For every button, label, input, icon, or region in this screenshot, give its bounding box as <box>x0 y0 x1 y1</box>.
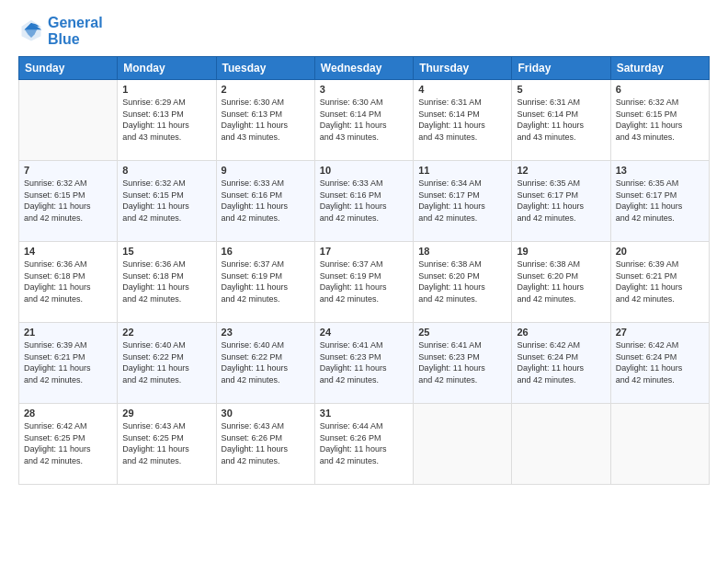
day-number: 9 <box>222 165 310 176</box>
calendar-cell: 17Sunrise: 6:37 AMSunset: 6:19 PMDayligh… <box>314 242 413 323</box>
day-info: Sunrise: 6:32 AMSunset: 6:15 PMDaylight:… <box>122 178 210 224</box>
calendar-cell: 21Sunrise: 6:39 AMSunset: 6:21 PMDayligh… <box>19 323 118 404</box>
day-number: 15 <box>122 246 210 257</box>
day-header-monday: Monday <box>118 57 216 80</box>
day-number: 13 <box>616 165 704 176</box>
day-number: 25 <box>418 327 506 338</box>
calendar-cell: 27Sunrise: 6:42 AMSunset: 6:24 PMDayligh… <box>610 323 709 404</box>
page: General Blue SundayMondayTuesdayWednesda… <box>0 0 728 563</box>
calendar-header-row: SundayMondayTuesdayWednesdayThursdayFrid… <box>19 57 710 80</box>
day-info: Sunrise: 6:41 AMSunset: 6:23 PMDaylight:… <box>320 339 408 385</box>
day-info: Sunrise: 6:43 AMSunset: 6:26 PMDaylight:… <box>222 420 310 466</box>
day-info: Sunrise: 6:29 AMSunset: 6:13 PMDaylight:… <box>122 97 210 143</box>
week-row-4: 21Sunrise: 6:39 AMSunset: 6:21 PMDayligh… <box>19 323 710 404</box>
day-info: Sunrise: 6:31 AMSunset: 6:14 PMDaylight:… <box>418 97 506 143</box>
day-number: 26 <box>517 327 605 338</box>
day-number: 7 <box>24 165 112 176</box>
day-number: 21 <box>24 327 112 338</box>
day-info: Sunrise: 6:42 AMSunset: 6:25 PMDaylight:… <box>24 420 112 466</box>
calendar-cell: 19Sunrise: 6:38 AMSunset: 6:20 PMDayligh… <box>512 242 610 323</box>
day-number: 11 <box>418 165 506 176</box>
day-info: Sunrise: 6:41 AMSunset: 6:23 PMDaylight:… <box>418 339 506 385</box>
day-number: 5 <box>517 84 605 95</box>
week-row-3: 14Sunrise: 6:36 AMSunset: 6:18 PMDayligh… <box>19 242 710 323</box>
week-row-1: 1Sunrise: 6:29 AMSunset: 6:13 PMDaylight… <box>19 80 710 161</box>
calendar-cell: 7Sunrise: 6:32 AMSunset: 6:15 PMDaylight… <box>19 161 118 242</box>
day-info: Sunrise: 6:43 AMSunset: 6:25 PMDaylight:… <box>122 420 210 466</box>
day-info: Sunrise: 6:39 AMSunset: 6:21 PMDaylight:… <box>616 259 704 304</box>
day-info: Sunrise: 6:33 AMSunset: 6:16 PMDaylight:… <box>320 178 408 224</box>
day-info: Sunrise: 6:40 AMSunset: 6:22 PMDaylight:… <box>222 339 310 385</box>
day-header-wednesday: Wednesday <box>314 57 413 80</box>
day-info: Sunrise: 6:33 AMSunset: 6:16 PMDaylight:… <box>222 178 310 224</box>
day-number: 22 <box>122 327 210 338</box>
day-number: 16 <box>222 246 310 257</box>
calendar-cell: 14Sunrise: 6:36 AMSunset: 6:18 PMDayligh… <box>19 242 118 323</box>
calendar-cell: 16Sunrise: 6:37 AMSunset: 6:19 PMDayligh… <box>216 242 314 323</box>
day-info: Sunrise: 6:35 AMSunset: 6:17 PMDaylight:… <box>616 178 704 224</box>
calendar-cell: 12Sunrise: 6:35 AMSunset: 6:17 PMDayligh… <box>512 161 610 242</box>
calendar-cell: 20Sunrise: 6:39 AMSunset: 6:21 PMDayligh… <box>610 242 709 323</box>
calendar-cell: 31Sunrise: 6:44 AMSunset: 6:26 PMDayligh… <box>314 404 413 485</box>
calendar-cell: 4Sunrise: 6:31 AMSunset: 6:14 PMDaylight… <box>414 80 512 161</box>
day-header-saturday: Saturday <box>610 57 709 80</box>
day-info: Sunrise: 6:31 AMSunset: 6:14 PMDaylight:… <box>517 97 605 143</box>
day-number: 10 <box>320 165 408 176</box>
day-info: Sunrise: 6:42 AMSunset: 6:24 PMDaylight:… <box>616 339 704 385</box>
day-info: Sunrise: 6:39 AMSunset: 6:21 PMDaylight:… <box>24 339 112 385</box>
day-info: Sunrise: 6:30 AMSunset: 6:14 PMDaylight:… <box>320 97 408 143</box>
calendar-cell: 28Sunrise: 6:42 AMSunset: 6:25 PMDayligh… <box>19 404 118 485</box>
day-header-friday: Friday <box>512 57 610 80</box>
day-number: 4 <box>418 84 506 95</box>
calendar-cell: 3Sunrise: 6:30 AMSunset: 6:14 PMDaylight… <box>314 80 413 161</box>
day-info: Sunrise: 6:32 AMSunset: 6:15 PMDaylight:… <box>24 178 112 224</box>
day-number: 12 <box>517 165 605 176</box>
day-info: Sunrise: 6:38 AMSunset: 6:20 PMDaylight:… <box>517 259 605 304</box>
day-info: Sunrise: 6:37 AMSunset: 6:19 PMDaylight:… <box>222 259 310 304</box>
calendar-cell: 10Sunrise: 6:33 AMSunset: 6:16 PMDayligh… <box>314 161 413 242</box>
day-number: 30 <box>222 408 310 419</box>
day-info: Sunrise: 6:40 AMSunset: 6:22 PMDaylight:… <box>122 339 210 385</box>
day-number: 8 <box>122 165 210 176</box>
day-info: Sunrise: 6:34 AMSunset: 6:17 PMDaylight:… <box>418 178 506 224</box>
day-info: Sunrise: 6:32 AMSunset: 6:15 PMDaylight:… <box>616 97 704 143</box>
calendar-cell: 30Sunrise: 6:43 AMSunset: 6:26 PMDayligh… <box>216 404 314 485</box>
calendar-cell <box>19 80 118 161</box>
calendar-cell: 1Sunrise: 6:29 AMSunset: 6:13 PMDaylight… <box>118 80 216 161</box>
calendar-cell <box>512 404 610 485</box>
calendar-cell: 29Sunrise: 6:43 AMSunset: 6:25 PMDayligh… <box>118 404 216 485</box>
day-number: 2 <box>222 84 310 95</box>
calendar-cell: 24Sunrise: 6:41 AMSunset: 6:23 PMDayligh… <box>314 323 413 404</box>
week-row-5: 28Sunrise: 6:42 AMSunset: 6:25 PMDayligh… <box>19 404 710 485</box>
calendar-cell: 25Sunrise: 6:41 AMSunset: 6:23 PMDayligh… <box>414 323 512 404</box>
day-info: Sunrise: 6:37 AMSunset: 6:19 PMDaylight:… <box>320 259 408 304</box>
day-number: 31 <box>320 408 408 419</box>
calendar-cell: 6Sunrise: 6:32 AMSunset: 6:15 PMDaylight… <box>610 80 709 161</box>
day-number: 23 <box>222 327 310 338</box>
calendar-cell: 15Sunrise: 6:36 AMSunset: 6:18 PMDayligh… <box>118 242 216 323</box>
calendar-cell: 9Sunrise: 6:33 AMSunset: 6:16 PMDaylight… <box>216 161 314 242</box>
day-header-sunday: Sunday <box>19 57 118 80</box>
calendar-cell: 18Sunrise: 6:38 AMSunset: 6:20 PMDayligh… <box>414 242 512 323</box>
day-number: 19 <box>517 246 605 257</box>
calendar: SundayMondayTuesdayWednesdayThursdayFrid… <box>18 56 710 485</box>
calendar-cell <box>610 404 709 485</box>
day-number: 14 <box>24 246 112 257</box>
day-info: Sunrise: 6:30 AMSunset: 6:13 PMDaylight:… <box>222 97 310 143</box>
day-number: 6 <box>616 84 704 95</box>
calendar-cell: 23Sunrise: 6:40 AMSunset: 6:22 PMDayligh… <box>216 323 314 404</box>
header: General Blue <box>18 15 710 47</box>
day-header-tuesday: Tuesday <box>216 57 314 80</box>
day-number: 29 <box>122 408 210 419</box>
calendar-cell: 8Sunrise: 6:32 AMSunset: 6:15 PMDaylight… <box>118 161 216 242</box>
day-header-thursday: Thursday <box>414 57 512 80</box>
day-number: 20 <box>616 246 704 257</box>
day-info: Sunrise: 6:36 AMSunset: 6:18 PMDaylight:… <box>24 259 112 304</box>
week-row-2: 7Sunrise: 6:32 AMSunset: 6:15 PMDaylight… <box>19 161 710 242</box>
day-number: 1 <box>122 84 210 95</box>
day-number: 3 <box>320 84 408 95</box>
calendar-cell: 11Sunrise: 6:34 AMSunset: 6:17 PMDayligh… <box>414 161 512 242</box>
calendar-cell <box>414 404 512 485</box>
logo-icon <box>18 18 44 44</box>
day-info: Sunrise: 6:44 AMSunset: 6:26 PMDaylight:… <box>320 420 408 466</box>
